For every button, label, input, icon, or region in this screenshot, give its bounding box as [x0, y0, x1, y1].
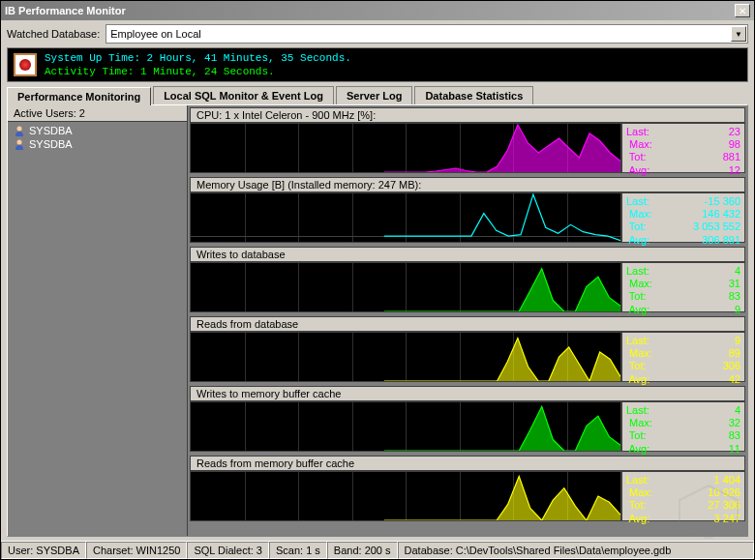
metric-title: CPU: 1 x Intel Celeron - 900 MHz [%]:	[190, 107, 745, 123]
sidebar: Active Users: 2 SYSDBA SYSDBA	[8, 105, 188, 536]
svg-marker-2	[384, 125, 620, 172]
tab-database-statistics[interactable]: Database Statistics	[414, 86, 533, 104]
status-dialect: SQL Dialect: 3	[187, 542, 269, 559]
metric-block: Reads from databaseLast:9 Max:89 Tot:306…	[190, 316, 745, 382]
content-area: Active Users: 2 SYSDBA SYSDBA CPU: 1 x I…	[7, 104, 748, 537]
user-label: SYSDBA	[29, 125, 73, 136]
metric-block: Memory Usage [B] (Installed memory: 247 …	[190, 177, 745, 243]
system-uptime-text: System Up Time: 2 Hours, 41 Minutes, 35 …	[45, 52, 351, 64]
user-icon	[14, 138, 25, 150]
dropdown-arrow-icon[interactable]: ▼	[731, 26, 746, 42]
watched-database-value: Employee on Local	[110, 28, 201, 40]
monitor-icon	[14, 53, 37, 76]
metric-body: Last:1 404 Max:10 926 Tot:27 306 Avg:3 2…	[190, 471, 745, 521]
metric-graph	[190, 471, 621, 521]
metric-graph	[190, 262, 621, 312]
metric-body: Last:4 Max:31 Tot:83 Avg:9	[190, 262, 745, 312]
svg-marker-6	[384, 477, 620, 521]
metric-body: Last:9 Max:89 Tot:306 Avg:42	[190, 332, 745, 382]
metric-graph	[190, 123, 621, 173]
watched-label: Watched Database:	[7, 28, 100, 40]
metric-stats: Last:23 Max:98 Tot:881 Avg:12	[621, 123, 745, 173]
svg-point-0	[17, 127, 22, 132]
metric-title: Reads from memory buffer cache	[190, 456, 745, 471]
metric-block: Reads from memory buffer cacheLast:1 404…	[190, 456, 745, 521]
metric-body: Last:23 Max:98 Tot:881 Avg:12	[190, 123, 745, 173]
metric-stats: Last:4 Max:31 Tot:83 Avg:9	[621, 262, 745, 312]
metric-stats: Last:4 Max:32 Tot:83 Avg:11	[621, 401, 745, 452]
window-title: IB Performance Monitor	[5, 5, 126, 16]
metric-stats: Last:9 Max:89 Tot:306 Avg:42	[621, 332, 745, 382]
metric-stats: Last:-15 360 Max:146 432 Tot:3 053 552 A…	[621, 192, 745, 243]
status-user: User: SYSDBA	[1, 542, 86, 559]
status-database: Database: C:\DevTools\Shared Files\Data\…	[398, 542, 754, 559]
list-item[interactable]: SYSDBA	[10, 124, 185, 137]
status-bar: User: SYSDBA Charset: WIN1250 SQL Dialec…	[1, 541, 754, 559]
status-scan: Scan: 1 s	[269, 542, 327, 559]
app-window: IB Performance Monitor ✕ Watched Databas…	[0, 0, 755, 560]
metrics-panel: CPU: 1 x Intel Celeron - 900 MHz [%]:Las…	[188, 105, 747, 536]
list-item[interactable]: SYSDBA	[10, 137, 185, 151]
status-charset: Charset: WIN1250	[86, 542, 187, 559]
close-button[interactable]: ✕	[735, 4, 750, 17]
user-label: SYSDBA	[29, 138, 73, 150]
tab-performance-monitoring[interactable]: Performance Monitoring	[7, 87, 151, 105]
metric-title: Writes to memory buffer cache	[190, 386, 745, 401]
user-list: SYSDBA SYSDBA	[8, 122, 187, 153]
status-band: Band: 200 s	[327, 542, 398, 559]
svg-point-1	[17, 140, 22, 145]
activity-time-text: Activity Time: 1 Minute, 24 Seconds.	[45, 66, 351, 77]
tab-server-log[interactable]: Server Log	[336, 86, 412, 104]
watched-database-select[interactable]: Employee on Local ▼	[106, 24, 748, 44]
metric-body: Last:4 Max:32 Tot:83 Avg:11	[190, 401, 745, 452]
active-users-header: Active Users: 2	[8, 105, 187, 122]
metric-graph	[190, 401, 621, 452]
watched-database-row: Watched Database: Employee on Local ▼	[1, 20, 754, 47]
status-banner: System Up Time: 2 Hours, 41 Minutes, 35 …	[7, 47, 748, 82]
metric-body: Last:-15 360 Max:146 432 Tot:3 053 552 A…	[190, 192, 745, 243]
tab-local-sql-monitor[interactable]: Local SQL Monitor & Event Log	[153, 86, 334, 104]
metric-graph	[190, 192, 621, 243]
metric-title: Writes to database	[190, 247, 745, 262]
tabs: Performance Monitoring Local SQL Monitor…	[7, 86, 748, 104]
user-icon	[14, 125, 25, 136]
metric-block: Writes to databaseLast:4 Max:31 Tot:83 A…	[190, 247, 745, 312]
metric-title: Reads from database	[190, 316, 745, 332]
metric-block: CPU: 1 x Intel Celeron - 900 MHz [%]:Las…	[190, 107, 745, 173]
metric-graph	[190, 332, 621, 382]
metric-block: Writes to memory buffer cacheLast:4 Max:…	[190, 386, 745, 452]
metric-title: Memory Usage [B] (Installed memory: 247 …	[190, 177, 745, 192]
metric-stats: Last:1 404 Max:10 926 Tot:27 306 Avg:3 2…	[621, 471, 745, 521]
titlebar: IB Performance Monitor ✕	[1, 1, 754, 20]
